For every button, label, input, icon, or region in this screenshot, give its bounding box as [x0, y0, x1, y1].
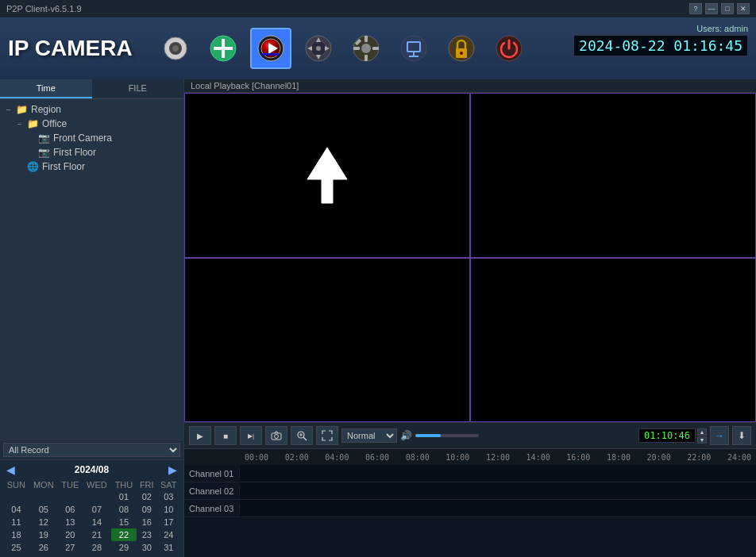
- calendar-day[interactable]: 25: [3, 541, 29, 554]
- sidebar-bottom: All Record Normal Motion Alarm ◀ 2024/08…: [0, 440, 183, 557]
- channel-2-track[interactable]: [240, 482, 756, 499]
- help-button[interactable]: ?: [689, 3, 702, 14]
- timeline-goto-button[interactable]: →: [710, 426, 729, 445]
- svg-rect-19: [364, 36, 368, 42]
- video-cell-bottom-right[interactable]: [470, 258, 756, 423]
- calendar-day[interactable]: 13: [58, 516, 83, 528]
- tab-time[interactable]: Time: [0, 79, 92, 98]
- maximize-button[interactable]: □: [721, 3, 734, 14]
- video-cell-top-right[interactable]: [470, 93, 756, 258]
- ruler-label: 12:00: [486, 453, 510, 462]
- video-cell-bottom-left[interactable]: [184, 258, 470, 423]
- calendar-day[interactable]: 31: [157, 541, 180, 554]
- calendar-day[interactable]: 04: [3, 503, 29, 516]
- tree-item-first-floor[interactable]: 🌐 First Floor: [0, 159, 183, 174]
- playback-speed-select[interactable]: Slow 1/8 Slow 1/4 Slow 1/2 Normal Fast x…: [341, 428, 397, 443]
- calendar-day[interactable]: 17: [157, 516, 180, 528]
- calendar-day[interactable]: 30: [137, 541, 157, 554]
- calendar-day[interactable]: 21: [83, 528, 111, 541]
- snapshot-icon: [271, 431, 282, 440]
- calendar-day[interactable]: 02: [137, 490, 157, 503]
- calendar-day[interactable]: 19: [29, 528, 58, 541]
- calendar-day[interactable]: 14: [83, 516, 111, 528]
- calendar: ◀ 2024/08 ▶ SUN MON TUE WED THU FRI SAT: [0, 460, 183, 557]
- ruler-label: 04:00: [325, 453, 349, 462]
- calendar-day[interactable]: 16: [137, 516, 157, 528]
- calendar-day[interactable]: 01: [111, 490, 137, 503]
- video-cell-top-left[interactable]: [184, 93, 470, 258]
- weekday-thu: THU: [111, 479, 137, 490]
- zoom-button[interactable]: [291, 426, 313, 445]
- frame-step-button[interactable]: ▶|: [240, 426, 262, 445]
- calendar-day[interactable]: 06: [58, 503, 83, 516]
- calendar-day[interactable]: 09: [137, 503, 157, 516]
- calendar-day: [58, 490, 83, 503]
- up-arrow-icon: [303, 144, 351, 207]
- calendar-day[interactable]: 07: [83, 503, 111, 516]
- ruler-label: 00:00: [245, 453, 268, 462]
- svg-marker-32: [307, 148, 347, 203]
- calendar-day[interactable]: 29: [111, 541, 137, 554]
- weekday-tue: TUE: [58, 479, 83, 490]
- ptz-button[interactable]: [298, 28, 339, 69]
- minimize-button[interactable]: —: [705, 3, 718, 14]
- region-label: Region: [31, 104, 61, 115]
- stop-button[interactable]: ■: [214, 426, 237, 445]
- calendar-month: 2024/08: [75, 464, 109, 475]
- playback-button[interactable]: [250, 28, 291, 69]
- timecode-display: ▲ ▼: [638, 428, 707, 444]
- calendar-day[interactable]: 28: [83, 541, 111, 554]
- ruler-label: 20:00: [647, 453, 671, 462]
- calendar-day[interactable]: 26: [29, 541, 58, 554]
- record-type-select[interactable]: All Record Normal Motion Alarm: [3, 443, 180, 457]
- video-grid: [184, 93, 756, 422]
- tree-item-office[interactable]: – 📁 Office: [0, 117, 183, 131]
- calendar-day[interactable]: 08: [111, 503, 137, 516]
- calendar-day[interactable]: 23: [137, 528, 157, 541]
- camera-button[interactable]: [155, 28, 196, 69]
- play-button[interactable]: ▶: [189, 426, 211, 445]
- timecode-input[interactable]: [638, 428, 696, 443]
- content-area: Local Playback [Channel01] ▶ ■ ▶|: [184, 79, 756, 557]
- timecode-down-button[interactable]: ▼: [697, 436, 707, 444]
- calendar-next-button[interactable]: ▶: [165, 463, 180, 476]
- add-button[interactable]: [202, 28, 244, 69]
- first-floor-cam-label: First Floor: [53, 147, 96, 158]
- front-camera-label: Front Camera: [53, 133, 112, 144]
- lock-button[interactable]: [441, 28, 482, 69]
- tree-item-first-floor-cam[interactable]: 📷 First Floor: [0, 145, 183, 159]
- calendar-day[interactable]: 10: [157, 503, 180, 516]
- tree-item-region[interactable]: – 📁 Region: [0, 102, 183, 117]
- calendar-day[interactable]: 11: [3, 516, 29, 528]
- calendar-day[interactable]: 22: [111, 528, 137, 541]
- channel-1-track[interactable]: [240, 465, 756, 482]
- timecode-spinner: ▲ ▼: [697, 428, 707, 444]
- calendar-day[interactable]: 03: [157, 490, 180, 503]
- tree-item-front-camera[interactable]: 📷 Front Camera: [0, 131, 183, 145]
- volume-slider[interactable]: [415, 434, 479, 437]
- calendar-day[interactable]: 27: [58, 541, 83, 554]
- snapshot-button[interactable]: [265, 426, 287, 445]
- svg-point-16: [316, 46, 321, 51]
- tab-file[interactable]: FILE: [92, 79, 184, 98]
- svg-rect-21: [353, 47, 360, 50]
- calendar-day[interactable]: 18: [3, 528, 29, 541]
- close-button[interactable]: ✕: [737, 3, 750, 14]
- calendar-day[interactable]: 05: [29, 503, 58, 516]
- power-button[interactable]: [488, 28, 530, 69]
- timecode-up-button[interactable]: ▲: [697, 428, 707, 436]
- datetime-value: 2024-08-22 01:16:45: [573, 35, 748, 56]
- settings-button[interactable]: [345, 28, 387, 69]
- calendar-prev-button[interactable]: ◀: [3, 463, 18, 476]
- network-button[interactable]: [393, 28, 434, 69]
- calendar-day[interactable]: 24: [157, 528, 180, 541]
- expander-office: –: [17, 120, 27, 128]
- fullscreen-button[interactable]: [316, 426, 338, 445]
- calendar-day[interactable]: 20: [58, 528, 83, 541]
- channel-3-track[interactable]: [240, 500, 756, 517]
- calendar-day[interactable]: 15: [111, 516, 137, 528]
- timeline-section: ▶ ■ ▶|: [184, 422, 756, 557]
- svg-rect-22: [372, 47, 379, 50]
- calendar-day[interactable]: 12: [29, 516, 58, 528]
- timeline-expand-button[interactable]: ⬇: [732, 426, 751, 445]
